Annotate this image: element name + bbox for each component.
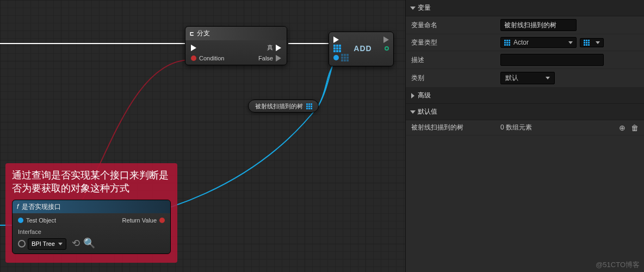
category-selector[interactable]: 默认: [500, 72, 555, 84]
expand-icon: [410, 110, 416, 114]
expand-icon: [410, 7, 416, 10]
array-icon: [306, 103, 312, 109]
array-container-icon: [584, 40, 590, 46]
chevron-down-icon: [596, 41, 600, 44]
row-default-value: 被射线扫描到的树 0 数组元素 ⊕ 🗑: [406, 120, 644, 135]
branch-condition-pin[interactable]: Condition: [191, 55, 224, 61]
comment-note[interactable]: 通过查询是否实现某个接口来判断是否为要获取的对象这种方式 f 是否实现接口 Te…: [5, 163, 177, 263]
variable-get-node[interactable]: 被射线扫描到的树: [248, 100, 319, 113]
function-icon: f: [17, 202, 18, 211]
interface-pin-label: Interface: [18, 228, 165, 236]
branch-node-header: ⊏ 分支: [185, 27, 287, 40]
test-object-pin[interactable]: Test Object: [18, 217, 56, 225]
row-variable-type: 变量类型 Actor: [406, 34, 644, 51]
add-output-pin[interactable]: [385, 46, 389, 51]
section-variable[interactable]: 变量: [406, 0, 644, 16]
add-exec-in[interactable]: [333, 36, 339, 43]
clear-array-button[interactable]: 🗑: [631, 123, 639, 132]
does-implement-interface-node[interactable]: f 是否实现接口 Test Object Return Value Interf…: [12, 200, 171, 254]
comment-text: 通过查询是否实现某个接口来判断是否为要获取的对象这种方式: [12, 169, 171, 195]
add-label: ADD: [354, 44, 371, 53]
watermark: @51CTO博客: [596, 260, 640, 270]
row-variable-name: 变量命名: [406, 16, 644, 34]
branch-node[interactable]: ⊏ 分支 真 Condition False: [185, 26, 287, 65]
branch-false-pin[interactable]: False: [235, 55, 281, 61]
variable-name-input[interactable]: [500, 19, 577, 31]
row-description: 描述: [406, 51, 644, 69]
add-element-button[interactable]: ⊕: [619, 123, 626, 132]
add-exec-out[interactable]: [383, 36, 389, 43]
interface-selector[interactable]: BPI Tree: [28, 238, 66, 250]
expand-icon: [411, 93, 414, 98]
section-advanced[interactable]: 高级: [406, 88, 644, 104]
blueprint-graph[interactable]: ⊏ 分支 真 Condition False: [0, 0, 405, 272]
search-icon[interactable]: 🔍: [83, 237, 95, 250]
object-type-icon: [504, 40, 510, 46]
row-category: 类别 默认: [406, 69, 644, 88]
array-input-a-icon[interactable]: [333, 45, 341, 52]
branch-true-pin[interactable]: 真: [207, 44, 281, 52]
interface-node-header: f 是否实现接口: [13, 200, 170, 213]
interface-pin[interactable]: [18, 240, 26, 248]
container-type-selector[interactable]: [580, 38, 604, 47]
array-count-label: 0 数组元素: [500, 123, 532, 132]
chevron-down-icon: [58, 243, 63, 245]
branch-exec-in[interactable]: [191, 45, 196, 51]
array-input-b-icon: [341, 54, 349, 61]
branch-icon: ⊏: [190, 30, 194, 38]
variable-type-selector[interactable]: Actor: [500, 37, 577, 48]
branch-title: 分支: [197, 29, 210, 38]
add-item-pin[interactable]: [333, 55, 339, 60]
description-input[interactable]: [500, 54, 604, 66]
array-add-node[interactable]: ADD: [329, 32, 394, 66]
chevron-down-icon: [546, 77, 550, 79]
browse-icon[interactable]: ⟲: [72, 237, 80, 250]
chevron-down-icon: [568, 41, 573, 44]
details-panel: 变量 变量命名 变量类型 Actor 描述: [405, 0, 644, 272]
return-value-pin[interactable]: Return Value: [67, 217, 165, 225]
section-default-value[interactable]: 默认值: [406, 104, 644, 120]
